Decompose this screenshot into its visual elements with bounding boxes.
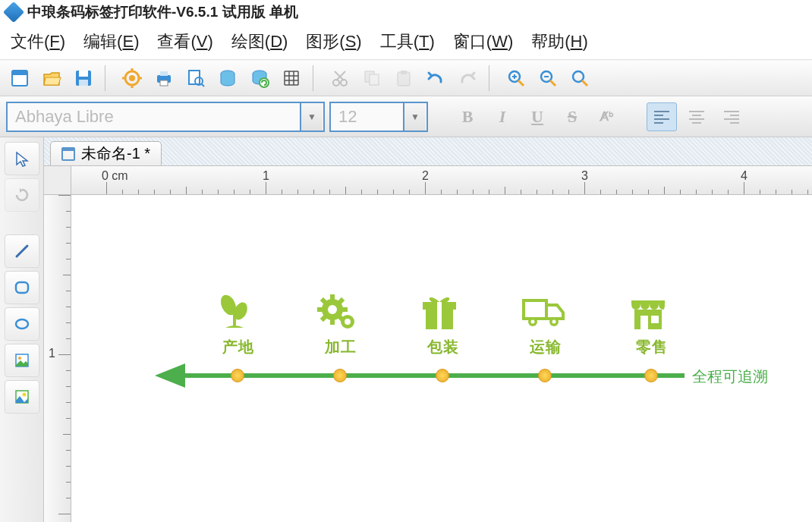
flow-item: 产地 [212,290,265,357]
timeline-node [333,369,347,382]
svg-rect-87 [640,316,648,329]
menu-file[interactable]: 文件(F) [11,30,65,53]
strikethrough-button[interactable]: S [557,102,587,131]
image-tool[interactable] [5,344,39,377]
select-tool[interactable] [5,142,39,175]
print-button[interactable] [150,64,178,92]
settings-button[interactable] [118,64,146,92]
gear-icon [314,290,360,332]
zoom-out-button[interactable] [534,64,562,92]
menu-view[interactable]: 查看(V) [157,30,212,53]
rotate-tool[interactable] [5,178,39,212]
arrow-icon [155,363,185,388]
menu-edit[interactable]: 编辑(E) [83,30,139,53]
picture-tool[interactable] [5,380,39,414]
plant-icon [212,290,257,332]
save-button[interactable] [70,64,97,92]
document-icon [61,147,75,161]
svg-rect-71 [341,307,348,312]
svg-rect-35 [401,71,407,74]
font-size-input[interactable] [331,107,403,127]
svg-rect-1 [12,71,27,75]
paste-button[interactable] [390,64,417,92]
title-bar: 中琅条码标签打印软件-V6.5.1 试用版 单机 [0,0,812,24]
svg-point-59 [16,319,28,329]
timeline-line [184,373,685,378]
svg-point-67 [328,305,337,314]
svg-point-63 [22,393,26,397]
svg-rect-58 [16,282,28,293]
line-tool[interactable] [5,234,39,268]
flow-label: 包装 [417,337,470,357]
canvas-area: 未命名-1 * 0 cm 1 2 3 4 /*ticks drawn below… [44,137,812,522]
rounded-rect-tool[interactable] [5,271,39,304]
underline-button[interactable]: U [522,102,552,131]
svg-point-85 [552,320,556,324]
svg-rect-4 [79,80,88,86]
horizontal-ruler[interactable]: 0 cm 1 2 3 4 /*ticks drawn below via loo… [71,166,812,195]
zoom-in-button[interactable] [502,64,530,92]
svg-point-43 [573,71,584,82]
menu-help[interactable]: 帮助(H) [531,30,588,53]
italic-button[interactable]: I [487,102,518,131]
menu-draw[interactable]: 绘图(D) [231,30,288,53]
ruler-mark: 2 [422,169,429,183]
document-tab[interactable]: 未命名-1 * [50,141,162,165]
flow-item: 包装 [417,290,470,357]
copy-button[interactable] [358,64,386,92]
grid-button[interactable] [278,64,305,92]
ellipse-tool[interactable] [5,307,39,341]
redo-button[interactable] [454,64,481,92]
cut-button[interactable] [326,64,354,92]
ruler-unit-label: 0 cm [102,169,128,183]
svg-point-28 [333,80,339,86]
clear-format-button[interactable]: A̸ᵇ [592,102,622,131]
left-toolbox [0,137,44,522]
svg-point-77 [345,319,351,325]
document-tab-bar: 未命名-1 * [44,137,812,166]
font-size-dropdown[interactable]: ▼ [403,103,426,130]
font-name-input[interactable] [8,107,300,127]
svg-rect-80 [437,302,442,329]
flow-item: 加工 [314,290,367,357]
ruler-mark: 4 [741,169,747,183]
open-button[interactable] [38,64,65,92]
svg-point-61 [18,357,21,360]
svg-rect-3 [79,71,88,77]
document-tab-title: 未命名-1 * [81,143,150,164]
bold-button[interactable]: B [452,102,483,131]
menu-tool[interactable]: 工具(T) [380,30,435,53]
zoom-fit-button[interactable] [566,64,593,92]
new-button[interactable] [6,64,33,92]
font-name-combo[interactable]: ▼ [6,102,325,132]
ruler-vmark: 1 [49,347,55,360]
svg-point-6 [129,75,135,81]
svg-line-37 [518,80,524,86]
design-surface[interactable]: 产地 加工 包装 运输 零售 全程可追溯 [71,195,812,522]
svg-point-19 [260,78,269,87]
svg-rect-12 [160,71,168,76]
vertical-ruler[interactable]: 1 [44,195,71,522]
main-toolbar [0,60,812,96]
undo-button[interactable] [422,64,449,92]
shop-icon [625,290,671,332]
svg-rect-13 [160,80,168,86]
align-center-button[interactable] [681,102,712,131]
svg-rect-88 [651,316,659,323]
ruler-mark: 3 [581,169,588,183]
trace-label: 全程可追溯 [692,366,768,387]
font-name-dropdown[interactable]: ▼ [300,103,323,130]
database-button[interactable] [214,64,241,92]
font-size-combo[interactable]: ▼ [329,102,428,132]
app-title: 中琅条码标签打印软件-V6.5.1 试用版 单机 [27,2,298,22]
menu-shape[interactable]: 图形(S) [306,30,361,53]
database-refresh-button[interactable] [246,64,273,92]
svg-rect-70 [317,307,323,312]
svg-rect-68 [330,294,335,300]
ruler-corner [44,166,71,195]
flow-label: 加工 [314,337,367,357]
menu-window[interactable]: 窗口(W) [453,30,513,53]
preview-button[interactable] [182,64,209,92]
align-left-button[interactable] [647,102,677,131]
align-right-button[interactable] [716,102,747,131]
